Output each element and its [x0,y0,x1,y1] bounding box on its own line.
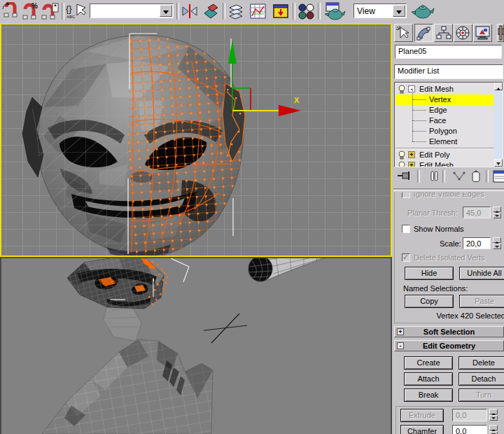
scale-spinner[interactable] [493,237,501,249]
modifier-list-combo[interactable]: Modifier List [394,64,503,79]
paste-button: Paste [459,295,504,308]
extrude-spinner [489,409,498,421]
selection-status-text: Vertex 420 Selected [400,312,504,320]
perspective-viewport[interactable] [0,257,392,434]
tree-line [412,141,426,142]
create-button[interactable]: Create [404,356,453,370]
tab-create[interactable] [394,24,413,42]
schematic-view-icon[interactable] [272,2,290,20]
turn-button-label: Turn [476,391,491,399]
stack-subitem-edge[interactable]: Edge [396,105,493,115]
remove-modifier-icon[interactable] [468,169,484,186]
stack-subitem-polygon[interactable]: Polygon [396,126,493,136]
panel-groove [393,188,504,191]
extrude-button: Extrude [400,409,444,422]
modifier-stack: - Edit Mesh Vertex Edge Face Polygon [394,82,503,167]
svg-text:ABC: ABC [66,15,76,19]
hide-button[interactable]: Hide [405,267,454,280]
tab-utilities[interactable] [497,24,504,42]
planar-thresh-field: 45,0 [463,206,491,218]
curve-editor-icon[interactable] [249,2,267,20]
stack-item-edit-poly[interactable]: + Edit Poly [396,150,493,160]
expand-toggle-icon[interactable]: - [408,85,415,92]
view-combo[interactable]: View [354,4,407,18]
detach-button[interactable]: Detach [458,372,504,386]
scale-field[interactable]: 20,0 [463,237,491,249]
object-name-value: Plane05 [398,47,426,55]
chamfer-spinner[interactable] [489,425,498,434]
create-button-label: Create [416,358,440,367]
pin-stack-icon[interactable] [396,169,413,186]
stack-subitem-face[interactable]: Face [396,115,493,126]
copy-button[interactable]: Copy [405,295,454,308]
expand-toggle-icon[interactable]: + [408,151,415,158]
visibility-bulb-icon[interactable] [397,85,407,94]
unhide-all-button[interactable]: Unhide All [459,267,504,280]
attach-button[interactable]: Attach [404,372,453,386]
gizmo-x-axis-label: X [294,96,300,104]
tab-hierarchy[interactable] [434,24,453,42]
tree-line [412,99,426,100]
unhide-all-button-label: Unhide All [467,269,502,277]
stack-item-edit-mesh-2[interactable]: + Edit Mesh [396,160,493,167]
planar-thresh-spinner [493,206,501,218]
selection-sets-combo[interactable] [90,4,174,18]
collapse-minus-icon: - [397,342,404,349]
soft-selection-rollout-header[interactable]: + Soft Selection [394,326,504,337]
top-viewport-scene: X [1,24,391,255]
edit-geometry-rollout-label: Edit Geometry [423,342,475,350]
chamfer-button[interactable]: Chamfer [400,425,444,434]
svg-text:%: % [31,2,38,10]
quick-render-teapot-icon[interactable] [412,2,435,20]
spinner-snap-magnet-icon[interactable] [41,2,59,20]
render-setup-teapot-icon[interactable] [323,2,347,20]
chevron-down-icon [163,10,169,17]
show-normals-checkbox[interactable] [402,225,410,233]
align-icon[interactable] [202,2,220,20]
tab-motion[interactable] [454,24,472,42]
toolbar-separator [223,3,225,20]
named-selection-sets-icon[interactable]: {}ABC [66,2,84,20]
front-viewport[interactable]: X [0,23,392,257]
selection-sets-dropdown-arrow[interactable] [160,5,172,17]
stack-subitem-vertex[interactable]: Vertex [396,94,493,105]
mirror-icon[interactable] [181,2,199,20]
chamfer-field[interactable]: 0,0 [452,425,487,434]
material-editor-icon[interactable] [297,2,315,20]
soft-selection-rollout-label: Soft Selection [424,328,475,336]
stack-scrollbar[interactable] [494,83,503,167]
tab-display[interactable] [473,24,492,42]
delete-button[interactable]: Delete [458,356,504,370]
visibility-bulb-icon[interactable] [397,150,407,160]
stack-item-label: Edit Mesh [419,160,454,167]
percent-snap-magnet-icon[interactable]: % [21,2,39,20]
object-name-field[interactable]: Plane05 [395,45,502,59]
tab-modify[interactable] [414,24,433,42]
scale-label: Scale: [440,239,461,248]
break-button[interactable]: Break [404,388,453,402]
delete-isolated-verts-checkbox [402,253,410,262]
expand-toggle-icon[interactable]: + [408,162,415,167]
paste-button-label: Paste [475,297,494,305]
bottom-viewport-scene [1,258,391,434]
layer-manager-icon[interactable] [227,2,245,20]
tree-line [412,110,413,120]
visibility-bulb-icon[interactable] [397,161,407,167]
scroll-down-button[interactable] [494,159,503,167]
scroll-up-button[interactable] [494,83,503,90]
configure-modifier-sets-icon[interactable] [493,169,504,186]
make-unique-icon[interactable] [451,169,468,186]
stack-item-edit-mesh[interactable]: - Edit Mesh [396,84,493,94]
view-combo-dropdown-arrow[interactable] [393,5,405,17]
tree-line [412,110,426,111]
stack-item-label: Vertex [429,94,451,105]
edit-geometry-rollout-header[interactable]: - Edit Geometry [394,340,504,351]
stack-subitem-element[interactable]: Element [396,136,493,147]
panel-separator [442,170,445,183]
angle-snap-magnet-icon[interactable] [1,2,20,20]
ignore-visible-edges-label: Ignore Visible Edges [414,192,484,198]
show-end-result-icon[interactable] [426,169,442,186]
tree-line [412,89,413,99]
stack-item-label: Polygon [429,126,457,136]
panel-separator [486,170,489,183]
